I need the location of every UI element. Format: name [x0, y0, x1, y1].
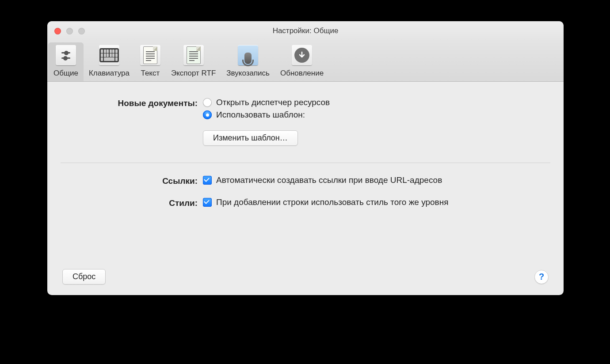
- reset-button[interactable]: Сброс: [62, 269, 106, 284]
- tab-general[interactable]: Общие: [48, 42, 84, 81]
- tab-label: Общие: [53, 69, 78, 78]
- checkbox-inherit-row-style[interactable]: При добавлении строки использовать стиль…: [203, 197, 550, 207]
- rtf-document-icon: [183, 45, 204, 65]
- preferences-window: Настройки: Общие Общие Клавиатура Текст: [47, 21, 564, 295]
- row-new-documents: Новые документы: Открыть диспетчер ресур…: [61, 98, 550, 122]
- tab-export-rtf[interactable]: Экспорт RTF: [166, 42, 221, 81]
- tab-label: Клавиатура: [89, 69, 130, 78]
- window-controls: [47, 28, 85, 34]
- microphone-icon: [238, 45, 258, 65]
- checkbox-auto-create-links[interactable]: Автоматически создавать ссылки при вводе…: [203, 175, 550, 185]
- tab-label: Звукозапись: [226, 69, 270, 78]
- preferences-content: Новые документы: Открыть диспетчер ресур…: [47, 82, 564, 295]
- separator: [61, 163, 550, 163]
- row-links: Ссылки: Автоматически создавать ссылки п…: [61, 175, 550, 188]
- radio-unchecked-icon: [203, 98, 212, 107]
- titlebar: Настройки: Общие: [47, 21, 564, 41]
- tab-audio-recording[interactable]: Звукозапись: [221, 42, 275, 81]
- tab-update[interactable]: Обновление: [275, 42, 329, 81]
- sliders-icon: [56, 45, 76, 65]
- tab-label: Обновление: [280, 69, 324, 78]
- checkbox-checked-icon: [203, 176, 212, 185]
- checkbox-label: Автоматически создавать ссылки при вводе…: [216, 175, 442, 185]
- radio-label: Открыть диспетчер ресурсов: [216, 98, 330, 107]
- tab-keyboard[interactable]: Клавиатура: [84, 42, 135, 81]
- footer: Сброс ?: [61, 269, 550, 286]
- tab-text[interactable]: Текст: [135, 42, 166, 81]
- download-circle-icon: [292, 45, 312, 65]
- radio-label: Использовать шаблон:: [216, 110, 305, 120]
- tab-label: Экспорт RTF: [171, 69, 216, 78]
- keyboard-icon: [99, 45, 119, 65]
- zoom-window-button[interactable]: [78, 28, 85, 34]
- radio-use-template[interactable]: Использовать шаблон:: [203, 110, 550, 120]
- close-window-button[interactable]: [54, 28, 61, 34]
- row-styles: Стили: При добавлении строки использоват…: [61, 197, 550, 210]
- label-links: Ссылки:: [61, 175, 203, 186]
- label-new-documents: Новые документы:: [61, 98, 203, 108]
- preferences-toolbar: Общие Клавиатура Текст Экспорт RTF Звуко: [47, 41, 564, 82]
- radio-open-resource-manager[interactable]: Открыть диспетчер ресурсов: [203, 98, 550, 107]
- help-button[interactable]: ?: [534, 270, 549, 284]
- tab-label: Текст: [141, 69, 160, 78]
- checkbox-label: При добавлении строки использовать стиль…: [216, 197, 449, 207]
- minimize-window-button[interactable]: [66, 28, 73, 34]
- text-document-icon: [140, 45, 160, 65]
- checkbox-checked-icon: [203, 198, 212, 207]
- label-styles: Стили:: [61, 197, 203, 208]
- radio-checked-icon: [203, 110, 212, 119]
- change-template-button[interactable]: Изменить шаблон…: [203, 130, 298, 146]
- window-title: Настройки: Общие: [47, 27, 564, 35]
